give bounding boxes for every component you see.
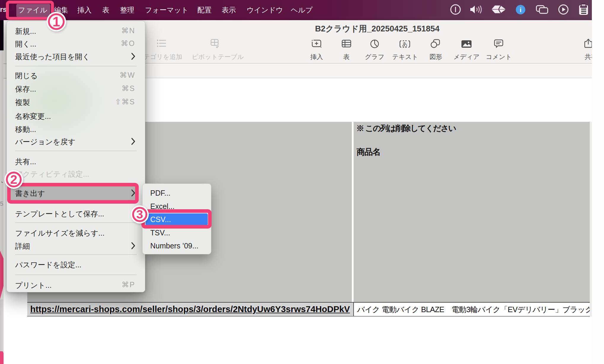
svg-text:あ: あ	[402, 41, 408, 47]
svg-text:i: i	[520, 6, 521, 14]
